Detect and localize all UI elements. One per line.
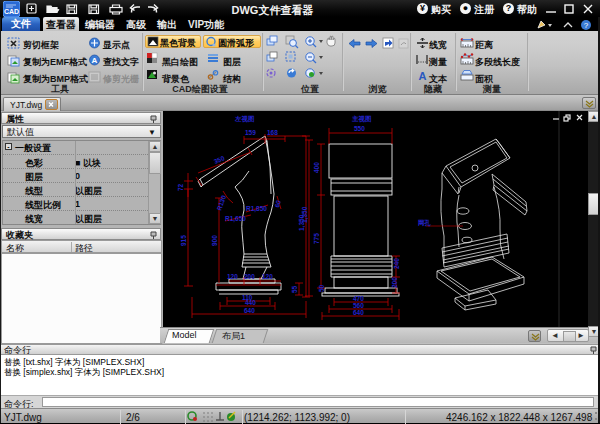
svg-text:R130: R130	[215, 194, 227, 211]
svg-text:50: 50	[318, 284, 325, 292]
svg-text:168: 168	[267, 129, 278, 136]
svg-text:1,350: 1,350	[301, 206, 309, 223]
svg-text:A: A	[92, 56, 98, 65]
svg-text:R1,850: R1,850	[246, 205, 267, 213]
svg-text:640: 640	[244, 307, 255, 314]
svg-text:550: 550	[354, 125, 365, 132]
svg-text:200: 200	[391, 277, 398, 288]
svg-text:560: 560	[353, 302, 364, 309]
svg-text:775: 775	[313, 233, 320, 244]
svg-text:470: 470	[353, 295, 364, 302]
svg-text:网孔: 网孔	[418, 219, 432, 227]
svg-text:440: 440	[245, 299, 256, 306]
svg-text:120: 120	[227, 273, 238, 280]
svg-text:72: 72	[177, 183, 184, 191]
svg-text:R1,650: R1,650	[225, 215, 246, 223]
svg-text:200: 200	[244, 273, 255, 280]
svg-text:55: 55	[291, 285, 298, 293]
svg-text:400: 400	[313, 162, 320, 173]
svg-text:159: 159	[245, 129, 256, 136]
svg-text:120: 120	[262, 273, 273, 280]
svg-text:左视图: 左视图	[234, 115, 255, 123]
svg-text:A: A	[419, 70, 427, 82]
svg-text:900: 900	[211, 235, 218, 246]
svg-text:CAD: CAD	[4, 8, 19, 15]
svg-text:主视图: 主视图	[352, 115, 372, 123]
svg-text:240: 240	[393, 258, 400, 269]
svg-text:?: ?	[584, 21, 589, 30]
svg-text:915: 915	[180, 235, 187, 246]
svg-text:640: 640	[353, 309, 364, 316]
